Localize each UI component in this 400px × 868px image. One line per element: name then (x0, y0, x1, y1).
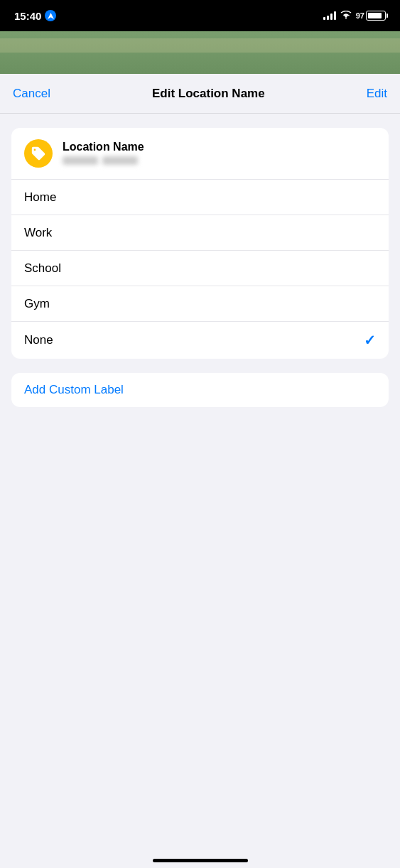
nav-header: Cancel Edit Location Name Edit (0, 74, 400, 114)
tag-icon (24, 139, 53, 168)
work-label: Work (24, 226, 52, 240)
list-item-none[interactable]: None ✓ (11, 322, 389, 359)
battery-level: 97 (356, 11, 364, 20)
main-content: Location Name Home Work School Gym None … (0, 114, 400, 868)
status-bar: 15:40 97 (0, 0, 400, 31)
location-header: Location Name (11, 128, 389, 180)
gym-label: Gym (24, 297, 50, 311)
page-title: Edit Location Name (152, 87, 265, 101)
add-custom-label-button[interactable]: Add Custom Label (11, 373, 389, 407)
list-item-work[interactable]: Work (11, 215, 389, 251)
school-label: School (24, 261, 61, 276)
home-label: Home (24, 190, 56, 205)
cancel-button[interactable]: Cancel (13, 87, 50, 101)
edit-button[interactable]: Edit (367, 87, 387, 101)
signal-icon (323, 11, 336, 20)
location-arrow-icon (45, 10, 56, 21)
address-blur-2 (102, 156, 138, 165)
map-preview (0, 31, 400, 74)
none-label: None (24, 333, 53, 347)
location-address (63, 156, 144, 165)
battery-icon: 97 (356, 11, 386, 21)
location-info: Location Name (63, 139, 144, 165)
time-display: 15:40 (14, 10, 41, 22)
location-name-label: Location Name (63, 141, 144, 153)
svg-point-0 (345, 17, 347, 18)
add-custom-card: Add Custom Label (11, 373, 389, 407)
address-blur-1 (63, 156, 98, 165)
list-item-home[interactable]: Home (11, 180, 389, 215)
status-time: 15:40 (14, 10, 56, 22)
location-card: Location Name Home Work School Gym None … (11, 128, 389, 359)
home-indicator (153, 859, 248, 862)
status-right: 97 (323, 11, 386, 21)
list-item-gym[interactable]: Gym (11, 286, 389, 322)
wifi-icon (340, 11, 352, 21)
selected-checkmark: ✓ (364, 332, 376, 349)
list-item-school[interactable]: School (11, 251, 389, 286)
